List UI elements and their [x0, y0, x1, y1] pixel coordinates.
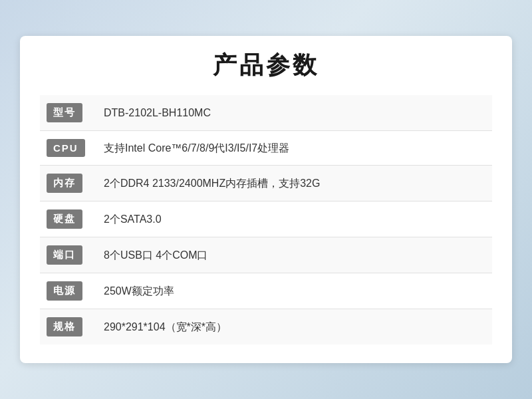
spec-value-cell: 250W额定功率 [93, 273, 492, 309]
spec-label-tag: 内存 [47, 174, 82, 193]
table-row: CPU支持Intel Core™6/7/8/9代I3/I5/I7处理器 [40, 131, 492, 166]
spec-label-tag: 硬盘 [47, 209, 82, 229]
table-row: 端口8个USB口 4个COM口 [40, 237, 492, 273]
spec-value-cell: 290*291*104（宽*深*高） [93, 309, 492, 345]
table-row: 硬盘2个SATA3.0 [40, 201, 492, 237]
spec-table: 型号DTB-2102L-BH110MCCPU支持Intel Core™6/7/8… [40, 95, 492, 344]
spec-value-cell: 2个DDR4 2133/2400MHZ内存插槽，支持32G [93, 166, 492, 201]
table-row: 型号DTB-2102L-BH110MC [40, 95, 492, 131]
spec-label-cell: 内存 [40, 166, 93, 201]
spec-label-tag: 端口 [47, 245, 82, 265]
spec-label-cell: 端口 [40, 237, 93, 273]
spec-label-tag: 型号 [47, 103, 82, 122]
product-spec-card: 产品参数 型号DTB-2102L-BH110MCCPU支持Intel Core™… [20, 36, 512, 363]
table-row: 内存2个DDR4 2133/2400MHZ内存插槽，支持32G [40, 166, 492, 201]
spec-label-cell: 电源 [40, 273, 93, 309]
spec-label-cell: 规格 [40, 309, 93, 345]
table-row: 规格290*291*104（宽*深*高） [40, 309, 492, 345]
spec-label-cell: 型号 [40, 95, 93, 131]
page-title: 产品参数 [40, 49, 492, 82]
spec-label-cell: 硬盘 [40, 201, 93, 237]
spec-label-tag: 电源 [47, 281, 82, 301]
spec-value-cell: 支持Intel Core™6/7/8/9代I3/I5/I7处理器 [93, 131, 492, 166]
spec-label-tag: CPU [47, 139, 85, 157]
table-row: 电源250W额定功率 [40, 273, 492, 309]
spec-label-cell: CPU [40, 131, 93, 166]
spec-value-cell: 2个SATA3.0 [93, 201, 492, 237]
spec-value-cell: DTB-2102L-BH110MC [93, 95, 492, 131]
spec-value-cell: 8个USB口 4个COM口 [93, 237, 492, 273]
spec-label-tag: 规格 [47, 317, 82, 336]
